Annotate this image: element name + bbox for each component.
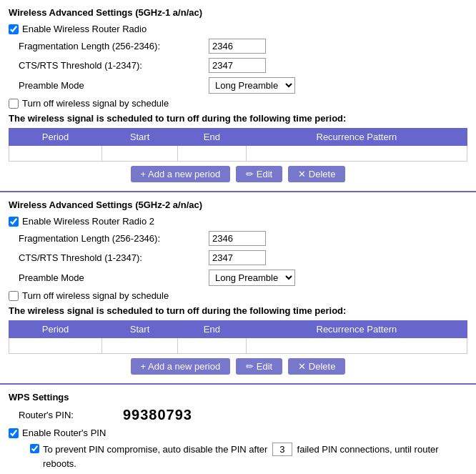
preamble1-row: Preamble Mode Long Preamble Short Preamb… bbox=[9, 77, 467, 94]
cts2-row: CTS/RTS Threshold (1-2347): bbox=[9, 250, 467, 265]
add-period1-button[interactable]: + Add a new period bbox=[131, 166, 231, 182]
frag-length1-input[interactable] bbox=[209, 39, 266, 54]
frag-length2-input[interactable] bbox=[209, 231, 266, 246]
pin-row: Router's PIN: 99380793 bbox=[9, 407, 467, 423]
pin-value: 99380793 bbox=[123, 407, 192, 423]
preamble1-select-wrap: Long Preamble Short Preamble bbox=[209, 77, 295, 94]
section1-title: Wireless Advanced Settings (5GHz-1 a/n/a… bbox=[9, 7, 467, 18]
enable-radio2-row: Enable Wireless Router Radio 2 bbox=[9, 216, 467, 227]
frag-length2-row: Fragmentation Length (256-2346): bbox=[9, 231, 467, 246]
schedule1-row: Turn off wireless signal by schedule bbox=[9, 98, 467, 109]
wps-title: WPS Settings bbox=[9, 392, 467, 403]
preamble2-row: Preamble Mode Long Preamble Short Preamb… bbox=[9, 270, 467, 286]
col2-recurrence: Recurrence Pattern bbox=[246, 321, 467, 338]
enable-radio2-label: Enable Wireless Router Radio 2 bbox=[22, 216, 154, 227]
wps-section: WPS Settings Router's PIN: 99380793 Enab… bbox=[0, 385, 476, 474]
schedule1-label: Turn off wireless signal by schedule bbox=[22, 98, 169, 109]
enable-radio1-checkbox[interactable] bbox=[9, 24, 19, 34]
prevent-pin-row: To prevent PIN compromise, auto disable … bbox=[9, 443, 467, 474]
edit1-button[interactable]: ✏ Edit bbox=[236, 166, 282, 182]
prevent-text-before: To prevent PIN compromise, auto disable … bbox=[43, 444, 267, 455]
schedule2-label: Turn off wireless signal by schedule bbox=[22, 290, 169, 301]
section-5ghz1: Wireless Advanced Settings (5GHz-1 a/n/a… bbox=[0, 0, 476, 192]
edit2-button[interactable]: ✏ Edit bbox=[236, 358, 282, 375]
cts1-input-wrap bbox=[209, 58, 266, 73]
frag-length2-input-wrap bbox=[209, 231, 266, 246]
schedule2-table: Period Start End Recurrence Pattern bbox=[9, 320, 467, 354]
add-period2-button[interactable]: + Add a new period bbox=[131, 358, 231, 375]
col1-end: End bbox=[178, 129, 247, 146]
schedule2-row: Turn off wireless signal by schedule bbox=[9, 290, 467, 301]
preamble2-select-wrap: Long Preamble Short Preamble bbox=[209, 270, 295, 286]
delete2-button[interactable]: ✕ Delete bbox=[288, 358, 345, 375]
pin-label: Router's PIN: bbox=[9, 410, 123, 420]
delete1-button[interactable]: ✕ Delete bbox=[288, 166, 345, 182]
col2-start: Start bbox=[102, 321, 178, 338]
frag-length1-label: Fragmentation Length (256-2346): bbox=[9, 41, 209, 51]
cts1-row: CTS/RTS Threshold (1-2347): bbox=[9, 58, 467, 73]
cts1-label: CTS/RTS Threshold (1-2347): bbox=[9, 60, 209, 71]
cts2-label: CTS/RTS Threshold (1-2347): bbox=[9, 252, 209, 263]
preamble1-select[interactable]: Long Preamble Short Preamble bbox=[209, 77, 295, 94]
frag-length2-label: Fragmentation Length (256-2346): bbox=[9, 233, 209, 244]
prevent-count-input[interactable] bbox=[272, 443, 292, 456]
col1-period: Period bbox=[9, 129, 102, 146]
preamble2-label: Preamble Mode bbox=[9, 272, 209, 283]
frag-length1-input-wrap bbox=[209, 39, 266, 54]
col2-period: Period bbox=[9, 321, 102, 338]
schedule2-checkbox[interactable] bbox=[9, 291, 19, 301]
enable-pin-label: Enable Router's PIN bbox=[22, 428, 106, 438]
prevent-pin-text: To prevent PIN compromise, auto disable … bbox=[43, 443, 467, 474]
btn-row2: + Add a new period ✏ Edit ✕ Delete bbox=[9, 358, 467, 375]
preamble2-select[interactable]: Long Preamble Short Preamble bbox=[209, 270, 295, 286]
cts1-input[interactable] bbox=[209, 58, 266, 73]
section-5ghz2: Wireless Advanced Settings (5GHz-2 a/n/a… bbox=[0, 192, 476, 385]
schedule1-table: Period Start End Recurrence Pattern bbox=[9, 128, 467, 162]
enable-pin-checkbox[interactable] bbox=[9, 428, 19, 438]
col1-recurrence: Recurrence Pattern bbox=[246, 129, 467, 146]
enable-radio2-checkbox[interactable] bbox=[9, 217, 19, 227]
schedule1-checkbox[interactable] bbox=[9, 99, 19, 109]
btn-row1: + Add a new period ✏ Edit ✕ Delete bbox=[9, 166, 467, 182]
enable-radio1-row: Enable Wireless Router Radio bbox=[9, 24, 467, 34]
schedule1-text: The wireless signal is scheduled to turn… bbox=[9, 113, 467, 124]
table-row bbox=[9, 338, 467, 354]
enable-pin-row: Enable Router's PIN bbox=[9, 428, 467, 438]
preamble1-label: Preamble Mode bbox=[9, 80, 209, 91]
cts2-input-wrap bbox=[209, 250, 266, 265]
section2-title: Wireless Advanced Settings (5GHz-2 a/n/a… bbox=[9, 199, 467, 210]
cts2-input[interactable] bbox=[209, 250, 266, 265]
table-row bbox=[9, 146, 467, 162]
prevent-pin-checkbox[interactable] bbox=[30, 444, 39, 453]
col1-start: Start bbox=[102, 129, 178, 146]
schedule2-text: The wireless signal is scheduled to turn… bbox=[9, 305, 467, 316]
frag-length1-row: Fragmentation Length (256-2346): bbox=[9, 39, 467, 54]
enable-radio1-label: Enable Wireless Router Radio bbox=[22, 24, 147, 34]
col2-end: End bbox=[178, 321, 247, 338]
